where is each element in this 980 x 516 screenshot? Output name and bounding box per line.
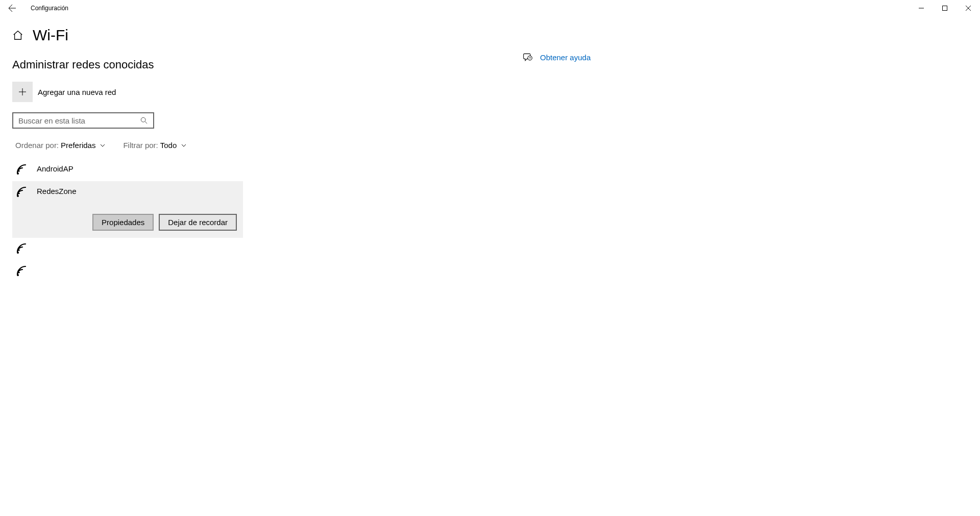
chevron-down-icon xyxy=(181,142,187,149)
svg-point-2 xyxy=(17,173,19,175)
sort-value: Preferidas xyxy=(61,141,95,150)
network-item-selected[interactable]: RedesZone Propiedades Dejar de recordar xyxy=(12,181,243,238)
chevron-down-icon xyxy=(100,142,106,149)
add-network-button[interactable]: Agregar una nueva red xyxy=(12,82,116,102)
titlebar: Configuración xyxy=(0,0,980,16)
filter-label: Filtrar por: xyxy=(123,141,158,150)
properties-button[interactable]: Propiedades xyxy=(92,214,154,231)
main-column: Wi-Fi Administrar redes conocidas Agrega… xyxy=(12,27,523,283)
app-title: Configuración xyxy=(31,5,68,12)
search-box[interactable] xyxy=(12,112,154,129)
side-column: ? Obtener ayuda xyxy=(523,27,686,283)
minimize-button[interactable] xyxy=(910,0,933,16)
network-name: RedesZone xyxy=(37,187,77,195)
maximize-button[interactable] xyxy=(933,0,957,16)
help-row: ? Obtener ayuda xyxy=(523,52,686,62)
svg-point-3 xyxy=(17,195,19,197)
forget-button[interactable]: Dejar de recordar xyxy=(159,214,237,231)
filter-value: Todo xyxy=(160,141,177,150)
svg-rect-0 xyxy=(943,6,947,11)
plus-icon xyxy=(18,88,27,96)
network-name: AndroidAP xyxy=(37,164,74,173)
help-icon: ? xyxy=(523,52,533,62)
network-list: AndroidAP RedesZone Propiedades Dejar de… xyxy=(12,159,243,283)
search-button[interactable] xyxy=(137,113,151,128)
minimize-icon xyxy=(919,6,924,11)
home-icon xyxy=(12,30,23,41)
search-icon xyxy=(140,117,148,124)
page-title: Wi-Fi xyxy=(33,27,68,44)
svg-text:?: ? xyxy=(529,57,531,60)
section-title: Administrar redes conocidas xyxy=(12,58,523,71)
close-icon xyxy=(966,6,971,11)
filter-dropdown[interactable]: Filtrar por: Todo xyxy=(123,141,187,150)
page-header: Wi-Fi xyxy=(12,27,523,44)
network-item[interactable] xyxy=(12,260,243,283)
plus-icon-box xyxy=(12,82,33,102)
home-button[interactable] xyxy=(12,30,23,41)
close-button[interactable] xyxy=(957,0,980,16)
network-item[interactable] xyxy=(12,238,243,260)
filter-row: Ordenar por: Preferidas Filtrar por: Tod… xyxy=(12,141,523,150)
wifi-icon xyxy=(15,186,30,199)
maximize-icon xyxy=(942,6,947,11)
window-controls xyxy=(910,0,980,16)
wifi-icon xyxy=(15,265,30,278)
svg-point-5 xyxy=(17,274,19,276)
svg-point-4 xyxy=(17,252,19,254)
network-item[interactable]: AndroidAP xyxy=(12,159,243,181)
back-button[interactable] xyxy=(0,0,24,16)
add-network-label: Agregar una nueva red xyxy=(38,88,116,96)
help-link[interactable]: Obtener ayuda xyxy=(540,53,591,62)
search-input[interactable] xyxy=(18,116,137,125)
network-actions: Propiedades Dejar de recordar xyxy=(15,214,237,231)
wifi-icon xyxy=(15,243,30,255)
wifi-icon xyxy=(15,164,30,176)
sort-dropdown[interactable]: Ordenar por: Preferidas xyxy=(15,141,106,150)
sort-label: Ordenar por: xyxy=(15,141,59,150)
arrow-left-icon xyxy=(8,4,16,12)
content: Wi-Fi Administrar redes conocidas Agrega… xyxy=(0,16,980,283)
svg-point-1 xyxy=(141,117,145,122)
